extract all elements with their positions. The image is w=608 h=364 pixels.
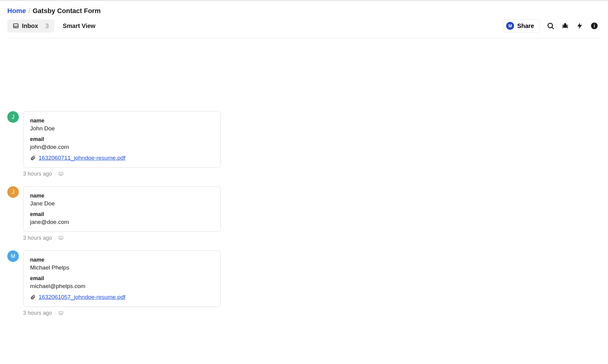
paperclip-icon (30, 155, 36, 161)
search-icon (547, 22, 554, 30)
search-button[interactable] (547, 22, 554, 30)
field-value-name: Michael Phelps (30, 264, 214, 271)
submission-entry: JnameJane Doeemailjane@doe.com3 hours ag… (7, 186, 601, 241)
submission-card[interactable]: nameMichael Phelpsemailmichael@phelps.co… (23, 250, 221, 307)
attachment-link[interactable]: 1632061057_johndoe-resume.pdf (39, 294, 125, 300)
share-label: Share (517, 22, 534, 29)
comment-icon[interactable] (58, 171, 64, 177)
attachment-link[interactable]: 1632060711_johndoe-resume.pdf (39, 155, 125, 161)
breadcrumb: Home / Gatsby Contact Form (7, 7, 601, 15)
breadcrumb-home-link[interactable]: Home (7, 7, 26, 15)
field-value-name: Jane Doe (30, 200, 214, 207)
comment-icon[interactable] (58, 311, 64, 316)
submission-meta: 3 hours ago· (23, 235, 221, 241)
info-button[interactable] (590, 22, 598, 30)
svg-rect-6 (594, 24, 595, 25)
actions-button[interactable] (576, 22, 584, 30)
field-value-name: John Doe (30, 125, 214, 132)
submission-entry: JnameJohn Doeemailjohn@doe.com1632060711… (7, 111, 601, 177)
field-label-email: email (30, 211, 214, 218)
timestamp: 3 hours ago (23, 310, 52, 316)
comment-icon[interactable] (58, 235, 64, 241)
field-label-email: email (30, 136, 214, 143)
svg-rect-7 (59, 172, 63, 175)
share-avatar: M (506, 22, 514, 30)
separator-dot: · (54, 310, 56, 316)
svg-rect-5 (594, 25, 595, 28)
bolt-icon (576, 22, 584, 30)
inbox-count: 3 (41, 22, 49, 29)
field-value-email: michael@phelps.com (30, 283, 214, 290)
submission-meta: 3 hours ago· (23, 310, 221, 316)
field-label-name: name (30, 118, 214, 124)
svg-rect-3 (564, 23, 566, 25)
share-button[interactable]: M Share (503, 19, 540, 33)
field-value-email: jane@doe.com (30, 219, 214, 225)
bug-icon (561, 22, 569, 30)
svg-rect-8 (59, 236, 63, 239)
smart-view-label: Smart View (63, 22, 95, 29)
submission-card[interactable]: nameJane Doeemailjane@doe.com (23, 186, 221, 232)
debug-button[interactable] (561, 22, 569, 30)
attachment-row: 1632060711_johndoe-resume.pdf (30, 155, 214, 161)
avatar: J (7, 111, 19, 123)
breadcrumb-current: Gatsby Contact Form (33, 7, 101, 15)
avatar: J (7, 186, 19, 198)
timestamp: 3 hours ago (23, 235, 52, 241)
svg-rect-9 (59, 311, 63, 314)
avatar: M (7, 250, 19, 262)
inbox-tab[interactable]: Inbox 3 (7, 19, 54, 33)
breadcrumb-separator: / (28, 7, 30, 15)
separator-dot: · (54, 171, 56, 177)
info-icon (590, 22, 598, 30)
attachment-row: 1632061057_johndoe-resume.pdf (30, 294, 214, 300)
separator-dot: · (54, 235, 56, 241)
paperclip-icon (30, 294, 36, 300)
submission-card[interactable]: nameJohn Doeemailjohn@doe.com1632060711_… (23, 111, 221, 168)
field-value-email: john@doe.com (30, 144, 214, 150)
field-label-name: name (30, 257, 214, 263)
field-label-email: email (30, 275, 214, 282)
svg-rect-2 (564, 25, 567, 28)
inbox-icon (13, 23, 19, 29)
submission-meta: 3 hours ago· (23, 171, 221, 177)
submission-entry: MnameMichael Phelpsemailmichael@phelps.c… (7, 250, 601, 316)
inbox-label: Inbox (22, 22, 38, 29)
smart-view-tab[interactable]: Smart View (57, 19, 101, 33)
field-label-name: name (30, 193, 214, 199)
timestamp: 3 hours ago (23, 171, 52, 177)
